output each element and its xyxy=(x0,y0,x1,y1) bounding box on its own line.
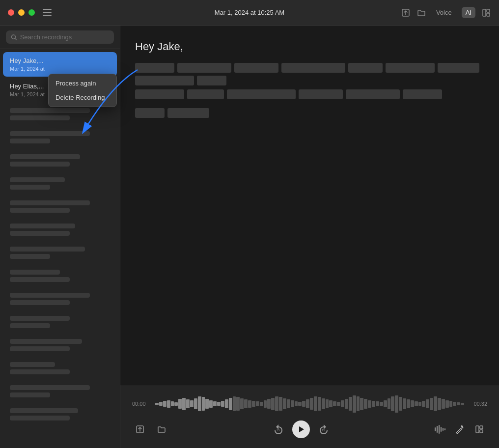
blurred-word xyxy=(346,89,400,99)
list-item[interactable] xyxy=(3,242,117,264)
waveform-bar xyxy=(167,400,170,408)
recording-title: Hey Jake,... xyxy=(10,57,110,64)
time-end: 00:32 xyxy=(470,401,487,407)
waveform-bar xyxy=(357,396,360,411)
share-button[interactable] xyxy=(132,421,148,437)
waveform-bar xyxy=(264,400,267,408)
placeholder-date xyxy=(10,139,50,143)
blurred-word xyxy=(135,63,174,73)
waveform-bar xyxy=(326,399,329,408)
svg-rect-16 xyxy=(441,427,442,432)
list-item[interactable] xyxy=(3,196,117,218)
placeholder-title xyxy=(10,154,80,159)
svg-rect-17 xyxy=(443,428,444,431)
context-menu-process-again[interactable]: Process again xyxy=(49,76,116,90)
svg-rect-5 xyxy=(487,9,490,12)
text-row xyxy=(135,108,484,118)
placeholder-date xyxy=(10,277,70,282)
waveform-bar xyxy=(163,401,166,407)
waveform-bar xyxy=(252,401,255,407)
placeholder-date xyxy=(10,254,50,259)
share-icon[interactable] xyxy=(401,8,411,18)
waveform-bar xyxy=(384,400,387,407)
player-area: 00:00 00:32 xyxy=(120,386,499,448)
folder-icon[interactable] xyxy=(416,8,426,18)
player-controls: 15 15 xyxy=(132,420,487,438)
blurred-word xyxy=(403,89,442,99)
placeholder-title xyxy=(10,408,78,413)
recording-item-hey-jake[interactable]: Hey Jake,... Mar 1, 2024 at xyxy=(3,52,117,77)
voice-tab[interactable]: Voice xyxy=(432,7,456,18)
maximize-button[interactable] xyxy=(28,9,35,16)
search-input-container[interactable] xyxy=(6,30,114,44)
placeholder-title xyxy=(10,293,90,298)
svg-rect-0 xyxy=(43,9,52,10)
waveform-bar xyxy=(360,398,363,410)
list-item[interactable] xyxy=(3,219,117,241)
magic-wand-button[interactable] xyxy=(452,421,468,437)
titlebar-date: Mar 1, 2024 at 10:25 AM xyxy=(215,9,284,16)
waveform[interactable] xyxy=(155,394,464,414)
placeholder-title xyxy=(10,270,60,275)
sidebar: Hey Jake,... Mar 1, 2024 at Hey Elias,..… xyxy=(0,26,120,448)
list-item[interactable] xyxy=(3,334,117,356)
placeholder-title xyxy=(10,177,65,182)
list-item[interactable] xyxy=(3,149,117,171)
search-bar xyxy=(0,26,120,49)
list-item[interactable] xyxy=(3,311,117,333)
search-input[interactable] xyxy=(20,33,109,41)
svg-rect-18 xyxy=(444,428,445,430)
list-item[interactable] xyxy=(3,172,117,195)
waveform-bar xyxy=(411,400,414,407)
waveform-bar xyxy=(186,399,190,408)
list-item[interactable] xyxy=(3,265,117,287)
waveform-bar xyxy=(271,398,275,410)
blurred-word xyxy=(348,63,383,73)
minimize-button[interactable] xyxy=(18,9,25,16)
blurred-word xyxy=(135,76,194,85)
waveform-bar xyxy=(209,400,213,408)
traffic-lights xyxy=(8,9,35,16)
waveform-bar xyxy=(364,399,367,409)
list-item[interactable] xyxy=(3,380,117,402)
placeholder-date xyxy=(10,392,50,397)
greeting-text: Hey Jake, xyxy=(135,40,484,53)
waveform-bar xyxy=(457,402,460,405)
waveform-bar xyxy=(244,399,248,408)
placeholder-date xyxy=(10,185,50,190)
list-item[interactable] xyxy=(3,403,117,425)
waveform-bar xyxy=(190,400,194,407)
blurred-word xyxy=(197,76,226,85)
placeholder-date xyxy=(10,115,70,120)
blurred-word xyxy=(438,63,479,73)
waveform-bar xyxy=(248,400,251,408)
waveform-bar xyxy=(159,402,163,406)
list-item[interactable] xyxy=(3,288,117,310)
time-start: 00:00 xyxy=(132,401,149,407)
waveform-bar xyxy=(372,401,375,407)
recording-date: Mar 1, 2024 at xyxy=(10,66,110,72)
skip-back-button[interactable]: 15 xyxy=(273,423,284,435)
ai-tab[interactable]: AI xyxy=(462,7,475,18)
waveform-bar xyxy=(333,401,336,406)
play-button[interactable] xyxy=(292,420,310,438)
waveform-bar xyxy=(240,398,244,409)
titlebar: Mar 1, 2024 at 10:25 AM Voice AI xyxy=(0,0,499,26)
layout-icon[interactable] xyxy=(481,8,491,18)
list-item[interactable] xyxy=(3,357,117,379)
close-button[interactable] xyxy=(8,9,14,16)
waveform-toggle-button[interactable] xyxy=(432,421,448,437)
svg-rect-13 xyxy=(435,427,436,431)
skip-forward-button[interactable]: 15 xyxy=(318,423,330,435)
sidebar-toggle-button[interactable] xyxy=(43,9,53,17)
list-item[interactable] xyxy=(3,126,117,148)
search-icon xyxy=(11,34,17,41)
folder-button[interactable] xyxy=(154,421,169,437)
waveform-bar xyxy=(422,401,425,407)
waveform-bar xyxy=(275,396,278,411)
waveform-bar xyxy=(329,400,333,407)
blurred-word xyxy=(234,63,278,73)
waveform-bar xyxy=(267,399,271,409)
context-menu-delete-recording[interactable]: Delete Recording xyxy=(49,90,116,105)
layout-toggle-button[interactable] xyxy=(471,421,487,437)
